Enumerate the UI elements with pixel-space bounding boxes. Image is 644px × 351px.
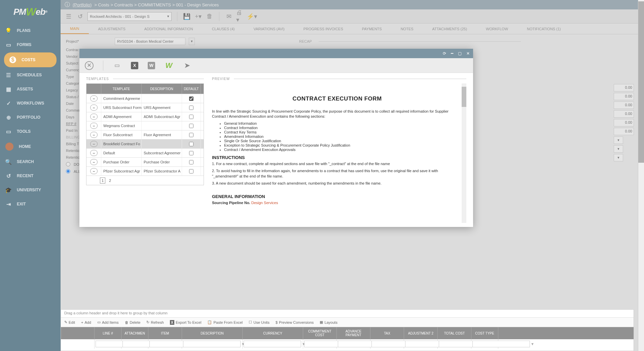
pmweb-icon[interactable]: W (165, 61, 173, 70)
minimize-icon[interactable]: ━ (451, 51, 453, 56)
sidebar-item-recent[interactable]: ↺RECENT (0, 169, 61, 183)
row-actions-button[interactable]: ••• (90, 150, 98, 156)
tab-main[interactable]: MAIN (61, 24, 89, 34)
project-field[interactable]: RVS0104 - Boston Medical Center (115, 38, 185, 45)
default-checkbox[interactable] (189, 115, 193, 119)
col-tax[interactable]: TAX (370, 327, 404, 339)
print-icon[interactable]: 🖨▾ (236, 12, 244, 21)
row-actions-button[interactable]: ••• (90, 123, 98, 129)
table-row[interactable]: •••URS Subcontract FormURS Agreement (86, 103, 204, 112)
row-actions-button[interactable]: ••• (90, 159, 98, 165)
val-dd3[interactable]: ▼ (614, 154, 623, 161)
default-checkbox[interactable] (189, 169, 193, 173)
group-hint[interactable]: Drag a column header and drop it here to… (61, 310, 634, 318)
add-button[interactable]: + Add (81, 320, 91, 324)
val5[interactable]: 0.00 (614, 128, 634, 135)
table-row[interactable]: •••Pfizer Subcontract AgrPfizer Subcontr… (86, 166, 204, 176)
delete-icon[interactable]: 🗑 (206, 12, 214, 21)
row-actions-button[interactable]: ••• (90, 132, 98, 138)
filter-curr[interactable] (244, 341, 301, 347)
col-desc[interactable]: DESCRIPTION (182, 327, 243, 339)
val2[interactable]: 0.00 (614, 102, 634, 109)
col-description[interactable]: DESCRIPTION (142, 84, 182, 94)
word-icon[interactable]: W (148, 62, 155, 69)
col-advance[interactable]: ADVANCE PAYMENT (337, 327, 370, 339)
row-actions-button[interactable]: ••• (90, 105, 98, 111)
col-currency[interactable]: CURRENCY (243, 327, 303, 339)
sidebar-item-plans[interactable]: 💡PLANS (0, 24, 61, 38)
default-checkbox[interactable] (189, 151, 193, 155)
edit-button[interactable]: ✎ Edit (64, 320, 75, 324)
paste-excel-button[interactable]: 📋 Paste From Excel (207, 320, 243, 324)
table-row[interactable]: •••Purchase OrderPurchase Order (86, 157, 204, 166)
sidebar-item-forms[interactable]: ▭FORMS (0, 38, 61, 52)
bolt-icon[interactable]: ⚡▾ (248, 12, 256, 21)
default-checkbox[interactable] (189, 133, 193, 137)
table-row[interactable]: •••DefaultSubcontract Agreemer (86, 148, 204, 157)
row-actions-button[interactable]: ••• (90, 141, 98, 147)
sidebar-item-workflows[interactable]: ✓WORKFLOWS (0, 96, 61, 110)
send-icon[interactable]: ➤ (183, 61, 191, 70)
excel-icon[interactable]: X (131, 62, 138, 69)
col-adj2[interactable]: ADJUSTMENT 2 (404, 327, 438, 339)
add-items-button[interactable]: ▭ Add Items (97, 320, 119, 324)
col-default[interactable]: DEFAULT (182, 84, 201, 94)
default-checkbox[interactable] (189, 142, 193, 146)
preview-conv-button[interactable]: $ Preview Conversions (276, 320, 314, 324)
default-checkbox[interactable] (189, 96, 193, 101)
row-actions-button[interactable]: ••• (90, 95, 98, 102)
tab-workflow[interactable]: WORKFLOW (476, 24, 517, 34)
col-commit[interactable]: COMMITMENT COST (303, 327, 337, 339)
radio-all[interactable] (66, 169, 70, 173)
row-actions-button[interactable]: ••• (90, 168, 98, 174)
table-row[interactable]: •••Commitment Agreeme (86, 94, 204, 103)
funnel-icon[interactable]: ▼ (531, 341, 534, 347)
export-excel-button[interactable]: X Export To Excel (170, 320, 202, 325)
tab-payments[interactable]: PAYMENTS (353, 24, 391, 34)
info-icon[interactable]: ⓘ (65, 1, 70, 8)
pdf-icon[interactable]: ▭ (113, 61, 121, 70)
page-scrollbar[interactable] (638, 0, 644, 351)
sidebar-item-portfolio[interactable]: ⊕PORTFOLIO (0, 110, 61, 124)
page-2[interactable]: 2 (107, 178, 113, 184)
val4[interactable]: 0.00 (614, 119, 634, 126)
history-icon[interactable]: ↺ (76, 12, 84, 21)
val-dd1[interactable]: ▼ (614, 136, 623, 144)
table-row[interactable]: •••ADMI AgreementADMI Subcontract Agr (86, 112, 204, 121)
col-costtype[interactable]: COST TYPE (471, 327, 498, 339)
filter-desc[interactable] (183, 341, 241, 347)
sidebar-item-schedules[interactable]: ☰SCHEDULES (0, 68, 61, 82)
maximize-icon[interactable]: ▢ (458, 51, 462, 56)
val0[interactable]: 0.00 (614, 84, 634, 91)
tab-variations[interactable]: VARIATIONS (AVI) (244, 24, 294, 34)
radio-do[interactable] (66, 162, 70, 166)
tab-notes[interactable]: NOTES (391, 24, 423, 34)
cancel-button[interactable]: ✕ (85, 61, 94, 70)
tab-adjustments[interactable]: ADJUSTMENTS (89, 24, 135, 34)
col-attach[interactable]: ATTACHMEN (121, 327, 148, 339)
refresh-icon[interactable]: ⟳ (443, 51, 446, 56)
use-units-button[interactable]: ☐ Use Units (249, 320, 270, 324)
table-row[interactable]: •••Wegmans Contract (86, 121, 204, 130)
col-total[interactable]: TOTAL COST (438, 327, 471, 339)
tab-attachments[interactable]: ATTACHMENTS (25) (423, 24, 477, 34)
tab-additional[interactable]: ADDITIONAL INFORMATION (135, 24, 203, 34)
delete-button[interactable]: 🗑 Delete (125, 320, 141, 324)
list-icon[interactable]: ☰ (65, 12, 73, 21)
val1[interactable]: 0.00 (614, 93, 634, 100)
table-row[interactable]: •••Brookfield Contract Fo (86, 139, 204, 148)
col-line[interactable]: LINE # (95, 327, 121, 339)
record-selector[interactable]: Rockwell Architects - 001 - Design S▾ (87, 12, 172, 21)
tab-clauses[interactable]: CLAUSES (4) (203, 24, 244, 34)
sidebar-item-search[interactable]: 🔍SEARCH (0, 155, 61, 169)
sidebar-item-university[interactable]: 🎓UNIVERSITY (0, 183, 61, 197)
sidebar-item-tools[interactable]: ▭TOOLS (0, 124, 61, 139)
page-1[interactable]: 1 (100, 178, 105, 184)
breadcrumb-portfolio[interactable]: (Portfolio) (73, 2, 92, 7)
col-template[interactable]: TEMPLATE (101, 84, 142, 94)
mail-icon[interactable]: ✉ (225, 12, 233, 21)
layouts-button[interactable]: ▦ Layouts (320, 320, 337, 324)
tab-notifications[interactable]: NOTIFICATIONS (1) (517, 24, 570, 34)
sidebar-item-assets[interactable]: ▦ASSETS (0, 82, 61, 96)
default-checkbox[interactable] (189, 106, 193, 110)
